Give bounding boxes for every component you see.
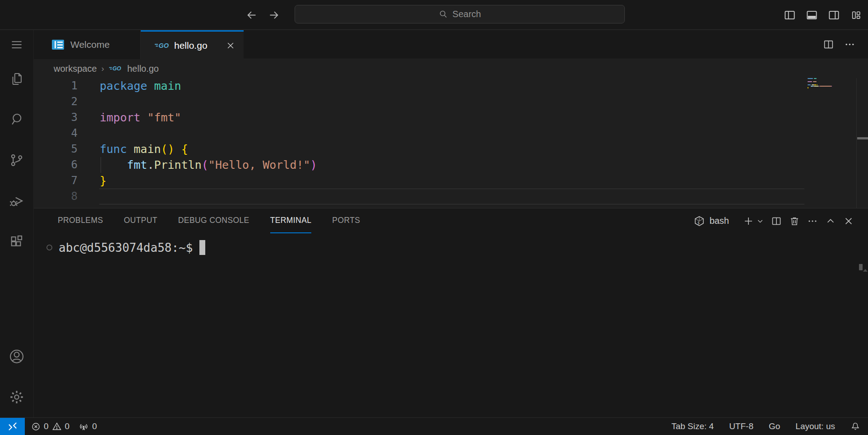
line-number: 3 (34, 110, 99, 125)
breadcrumb-file[interactable]: hello.go (127, 64, 159, 74)
line-content: import "fmt" (99, 110, 804, 125)
code-line-6[interactable]: 6 fmt.Println("Hello, World!") (34, 157, 868, 173)
warning-count: 0 (65, 421, 70, 431)
go-logo-icon: GO (154, 42, 171, 50)
error-count: 0 (44, 421, 49, 431)
back-button[interactable] (244, 7, 259, 23)
line-number: 7 (34, 173, 99, 189)
code-line-1[interactable]: 1package main (34, 78, 868, 94)
layout-sidebar-icon (784, 9, 796, 21)
terminal-scroll-arrow (863, 267, 868, 272)
forward-button[interactable] (266, 7, 282, 23)
problems-status[interactable]: 0 0 (27, 418, 74, 435)
ports-count: 0 (92, 421, 97, 431)
notifications-button[interactable] (843, 418, 868, 435)
terminal-decoration-circle[interactable] (46, 244, 53, 251)
split-terminal-button[interactable] (771, 215, 782, 227)
close-panel-button[interactable] (843, 215, 854, 227)
code-line-3[interactable]: 3import "fmt" (34, 110, 868, 125)
terminal-toolbar: $ bash (693, 208, 868, 233)
terminal-view[interactable]: abc@d5563074da58:~$ (34, 233, 868, 417)
editor-scrollbar[interactable] (856, 78, 868, 208)
sidebar-item-source-control[interactable] (0, 140, 34, 180)
code-editor[interactable]: 1package main23import "fmt"45func main()… (34, 78, 868, 208)
title-bar: Search (0, 0, 868, 30)
kill-terminal-button[interactable] (789, 215, 800, 227)
tab-close-button[interactable] (225, 40, 236, 51)
layout-customize-icon (850, 9, 862, 21)
explorer-icon (9, 71, 24, 87)
tab-welcome[interactable]: Welcome (34, 30, 141, 59)
search-sidebar-icon (9, 112, 24, 127)
tab-size-status[interactable]: Tab Size: 4 (664, 418, 721, 435)
toggle-secondary-sidebar-button[interactable] (828, 9, 840, 21)
remote-indicator[interactable] (0, 418, 25, 435)
radio-tower-icon (78, 421, 89, 432)
tab-hello-go[interactable]: GO hello.go (141, 30, 244, 59)
panel-tab-terminal[interactable]: TERMINAL (270, 208, 312, 233)
panel-tab-output[interactable]: OUTPUT (124, 208, 157, 233)
more-actions-icon (844, 39, 855, 50)
layout-sidebar-right-icon (828, 9, 840, 21)
bottom-panel: PROBLEMSOUTPUTDEBUG CONSOLETERMINALPORTS… (34, 208, 868, 417)
line-number: 1 (34, 78, 99, 94)
code-line-2[interactable]: 2 (34, 94, 868, 110)
panel-tab-debug-console[interactable]: DEBUG CONSOLE (178, 208, 249, 233)
breadcrumb-folder[interactable]: workspace (54, 64, 97, 74)
breadcrumb: workspace › GO hello.go (34, 59, 868, 78)
sidebar-item-extensions[interactable] (0, 221, 34, 262)
panel-tab-ports[interactable]: PORTS (332, 208, 360, 233)
tab-hello-go-label: hello.go (174, 40, 208, 51)
sidebar-item-run-debug[interactable] (0, 180, 34, 221)
extensions-icon (9, 234, 24, 249)
editor-tab-bar: Welcome GO hello.go (34, 30, 868, 59)
toggle-panel-button[interactable] (806, 9, 818, 21)
bell-icon (850, 421, 860, 431)
go-logo-icon: GO (109, 65, 123, 72)
settings-button[interactable] (0, 377, 34, 417)
history-nav (244, 0, 282, 30)
editor-actions (823, 30, 868, 59)
panel-tab-problems[interactable]: PROBLEMS (58, 208, 103, 233)
arrow-left-icon (245, 9, 258, 21)
terminal-shell-select[interactable]: $ bash (693, 215, 729, 227)
maximize-panel-button[interactable] (825, 215, 836, 227)
line-number: 8 (34, 189, 99, 204)
menu-icon (10, 38, 23, 51)
split-editor-button[interactable] (823, 39, 834, 50)
more-actions-button[interactable] (844, 39, 855, 50)
keyboard-layout-status[interactable]: Layout: us (788, 418, 843, 435)
minimap[interactable] (804, 78, 856, 208)
tab-welcome-label: Welcome (70, 39, 110, 50)
command-center-search[interactable]: Search (295, 5, 625, 23)
code-line-7[interactable]: 7} (34, 173, 868, 189)
code-line-4[interactable]: 4 (34, 125, 868, 141)
toggle-sidebar-button[interactable] (784, 9, 796, 21)
ports-status[interactable]: 0 (74, 418, 102, 435)
more-actions-icon (807, 216, 818, 227)
menu-button[interactable] (0, 30, 34, 59)
sidebar-item-search[interactable] (0, 99, 34, 140)
panel-tabs: PROBLEMSOUTPUTDEBUG CONSOLETERMINALPORTS (58, 208, 381, 233)
line-number: 5 (34, 141, 99, 157)
line-content: package main (99, 78, 804, 94)
svg-text:GO: GO (159, 42, 169, 49)
language-mode-status[interactable]: Go (761, 418, 788, 435)
code-line-5[interactable]: 5func main() { (34, 141, 868, 157)
status-bar: 0 0 0 Tab Size: 4 UTF-8 Go Layout: us (0, 417, 868, 435)
terminal-scrollbar-thumb[interactable] (859, 264, 863, 270)
terminal-dropdown-button[interactable] (756, 215, 764, 227)
trash-icon (789, 216, 800, 227)
terminal-cursor (199, 240, 205, 255)
breadcrumb-separator: › (102, 64, 104, 74)
account-button[interactable] (0, 336, 34, 377)
line-number: 6 (34, 157, 99, 173)
customize-layout-button[interactable] (850, 9, 862, 21)
panel-more-actions-button[interactable] (807, 215, 818, 227)
encoding-status[interactable]: UTF-8 (721, 418, 761, 435)
new-terminal-button[interactable] (743, 215, 754, 227)
code-line-8[interactable]: 8 (34, 189, 868, 204)
indent-guide (101, 157, 101, 173)
sidebar-item-explorer[interactable] (0, 59, 34, 99)
svg-text:$: $ (697, 220, 700, 225)
